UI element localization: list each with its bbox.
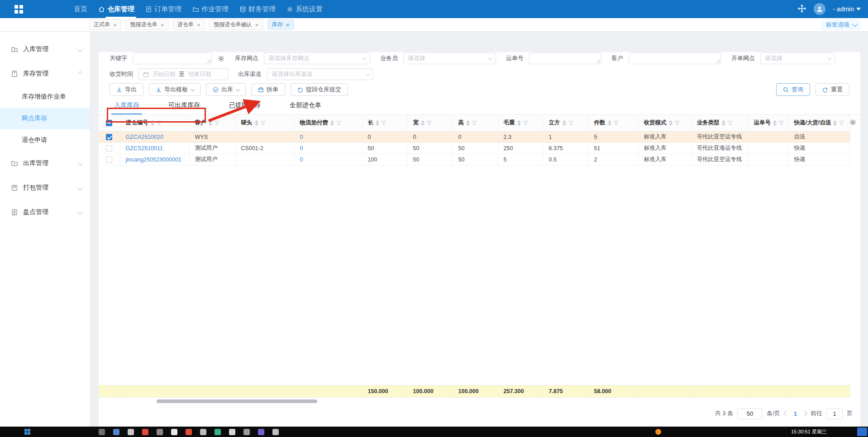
column-header[interactable]: 物流垫付费 bbox=[294, 115, 362, 131]
column-header[interactable]: 高 bbox=[453, 115, 498, 131]
taskbar-app-icon[interactable] bbox=[113, 429, 119, 435]
sort-carets-icon[interactable] bbox=[421, 120, 424, 126]
outbound-channel-select[interactable]: 请选择出库渠道 bbox=[267, 68, 373, 80]
cell-link[interactable]: 0 bbox=[300, 134, 303, 140]
sort-carets-icon[interactable] bbox=[773, 120, 777, 126]
filter-funnel-icon[interactable] bbox=[523, 120, 528, 125]
filter-funnel-icon[interactable] bbox=[779, 120, 784, 125]
filter-funnel-icon[interactable] bbox=[839, 120, 844, 125]
start-button-icon[interactable] bbox=[24, 429, 31, 435]
taskbar-app-icon[interactable] bbox=[655, 429, 661, 435]
close-icon[interactable] bbox=[197, 22, 200, 28]
cell-link[interactable]: 0 bbox=[300, 145, 303, 152]
sort-carets-icon[interactable] bbox=[151, 120, 154, 126]
sidebar-item-value-added-order[interactable]: 库存增值作业单 bbox=[0, 86, 90, 108]
sort-carets-icon[interactable] bbox=[608, 120, 611, 126]
tab-forecast-inbound[interactable]: 预报进仓单 bbox=[125, 19, 168, 30]
subtab-inbound-inventory[interactable]: 入库库存 bbox=[111, 101, 142, 114]
column-header[interactable]: 运单号 bbox=[748, 115, 788, 131]
column-header[interactable]: 长 bbox=[362, 115, 407, 131]
reject-warehouse-submit-button[interactable]: 驳回仓库提交 bbox=[291, 83, 348, 96]
taskbar-app-icon[interactable] bbox=[215, 429, 221, 435]
goto-page-input[interactable] bbox=[826, 408, 843, 419]
nav-item-warehouse[interactable]: 仓库管理 bbox=[98, 0, 134, 18]
filter-funnel-icon[interactable] bbox=[614, 120, 619, 125]
nav-item-operations[interactable]: 作业管理 bbox=[192, 0, 229, 18]
cell-link[interactable]: GZCS2510011 bbox=[126, 145, 163, 152]
nav-item-home[interactable]: 首页 bbox=[74, 0, 87, 18]
next-page-button[interactable] bbox=[802, 411, 807, 416]
move-icon[interactable] bbox=[797, 4, 806, 14]
filter-funnel-icon[interactable] bbox=[675, 120, 680, 125]
taskbar-app-icon[interactable] bbox=[243, 429, 250, 435]
cell-link[interactable]: jincang250523000001 bbox=[126, 157, 181, 163]
resize-handle-icon[interactable] bbox=[716, 59, 720, 63]
row-checkbox[interactable] bbox=[106, 145, 112, 152]
resize-handle-icon[interactable] bbox=[596, 59, 601, 63]
tab-formal-order[interactable]: 正式单 bbox=[89, 19, 121, 30]
customer-input[interactable] bbox=[629, 52, 721, 64]
prev-page-button[interactable] bbox=[783, 411, 788, 416]
page-size-input[interactable] bbox=[737, 408, 763, 419]
taskbar-app-icon[interactable] bbox=[258, 429, 264, 435]
taskbar-app-icon[interactable] bbox=[229, 429, 235, 435]
tab-inbound-order[interactable]: 进仓单 bbox=[173, 19, 205, 30]
reset-button[interactable]: 重置 bbox=[816, 83, 849, 96]
filter-funnel-icon[interactable] bbox=[472, 120, 477, 125]
salesman-select[interactable]: 请选择 bbox=[403, 52, 496, 64]
keyword-input[interactable] bbox=[133, 52, 212, 64]
sidebar-item-inbound-mgmt[interactable]: 入库管理 bbox=[0, 37, 90, 62]
taskbar-app-icon[interactable] bbox=[186, 429, 192, 435]
tab-inventory[interactable]: 库存 bbox=[267, 19, 294, 30]
filter-funnel-icon[interactable] bbox=[568, 120, 573, 125]
sort-carets-icon[interactable] bbox=[833, 120, 837, 126]
taskbar-app-icon[interactable] bbox=[99, 429, 105, 435]
column-header[interactable]: 收货模式 bbox=[638, 115, 691, 131]
taskbar-app-icon[interactable] bbox=[142, 429, 148, 435]
subtab-all-inbound-orders[interactable]: 全部进仓单 bbox=[287, 101, 324, 114]
column-header[interactable]: 唛头 bbox=[235, 115, 294, 131]
taskbar-app-icon[interactable] bbox=[157, 429, 163, 435]
sort-carets-icon[interactable] bbox=[209, 120, 212, 126]
current-page-button[interactable]: 1 bbox=[792, 410, 799, 417]
nav-item-settings[interactable]: 系统设置 bbox=[286, 0, 323, 18]
close-icon[interactable] bbox=[160, 22, 164, 28]
warehouse-site-select[interactable]: 请选择库存网点 bbox=[264, 52, 370, 64]
waybill-input[interactable] bbox=[529, 52, 601, 64]
column-header[interactable]: 宽 bbox=[407, 115, 453, 131]
nav-item-finance[interactable]: 财务管理 bbox=[239, 0, 276, 18]
outbound-button[interactable]: 出库 bbox=[206, 83, 246, 96]
subtab-outboundable-inventory[interactable]: 可出库库存 bbox=[166, 101, 203, 114]
billing-site-select[interactable]: 请选择 bbox=[760, 52, 835, 64]
column-header[interactable]: 件数 bbox=[588, 115, 638, 131]
taskbar-app-icon[interactable] bbox=[128, 429, 134, 435]
sidebar-item-inventory-mgmt[interactable]: 库存管理 bbox=[0, 62, 90, 86]
sort-carets-icon[interactable] bbox=[330, 120, 334, 126]
receive-time-range-picker[interactable]: 开始日期 至 结束日期 bbox=[138, 68, 228, 80]
taskbar-clock[interactable]: 15:30:51 星期三 bbox=[791, 428, 827, 435]
filter-funnel-icon[interactable] bbox=[382, 120, 386, 125]
sort-carets-icon[interactable] bbox=[563, 120, 566, 126]
sort-carets-icon[interactable] bbox=[255, 120, 258, 126]
sort-carets-icon[interactable] bbox=[722, 120, 725, 126]
tab-forecast-confirm[interactable]: 预报进仓单确认 bbox=[209, 19, 263, 30]
keyword-settings-gear-icon[interactable] bbox=[217, 55, 225, 62]
sort-carets-icon[interactable] bbox=[517, 120, 521, 126]
sort-carets-icon[interactable] bbox=[669, 120, 672, 126]
column-header[interactable]: 客户 bbox=[189, 115, 235, 131]
filter-funnel-icon[interactable] bbox=[728, 120, 733, 125]
query-button[interactable]: 查询 bbox=[776, 83, 810, 96]
sort-carets-icon[interactable] bbox=[466, 120, 470, 126]
subtab-picked-inventory[interactable]: 已提取库存 bbox=[226, 101, 263, 114]
column-settings-gear-icon[interactable] bbox=[849, 119, 857, 126]
sidebar-item-packing-mgmt[interactable]: 打包管理 bbox=[0, 176, 90, 200]
filter-funnel-icon[interactable] bbox=[336, 120, 341, 125]
export-template-button[interactable]: 导出模板 bbox=[149, 83, 200, 96]
filter-funnel-icon[interactable] bbox=[261, 120, 266, 125]
close-icon[interactable] bbox=[255, 22, 258, 28]
filter-funnel-icon[interactable] bbox=[427, 120, 432, 125]
sidebar-item-site-inventory[interactable]: 网点库存 bbox=[0, 108, 90, 129]
user-menu[interactable]: - admin bbox=[833, 5, 861, 13]
scrollbar-thumb[interactable] bbox=[157, 399, 317, 403]
sidebar-item-return-request[interactable]: 退仓申请 bbox=[0, 129, 90, 151]
